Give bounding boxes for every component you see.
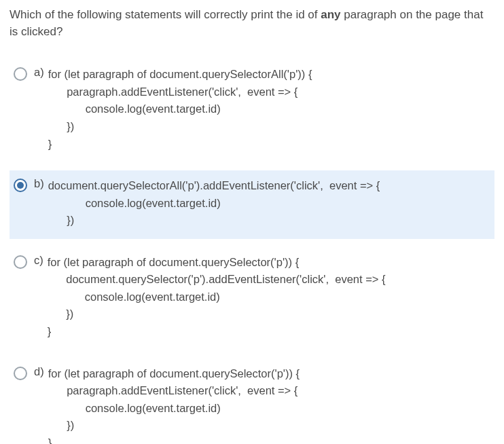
option-letter: c) bbox=[34, 254, 43, 267]
radio-button[interactable] bbox=[14, 179, 27, 192]
option-letter: b) bbox=[34, 177, 44, 190]
option-code: document.querySelectorAll('p').addEventL… bbox=[48, 177, 380, 229]
option-c[interactable]: c)for (let paragraph of document.querySe… bbox=[10, 247, 494, 350]
radio-button[interactable] bbox=[14, 255, 27, 269]
option-letter: d) bbox=[34, 365, 44, 378]
question-bold: any bbox=[321, 8, 340, 21]
radio-button[interactable] bbox=[14, 67, 27, 81]
option-code: for (let paragraph of document.querySele… bbox=[48, 365, 300, 444]
option-letter: a) bbox=[34, 66, 44, 79]
option-code: for (let paragraph of document.querySele… bbox=[48, 66, 312, 153]
radio-button[interactable] bbox=[14, 367, 27, 380]
options-list: a)for (let paragraph of document.querySe… bbox=[10, 59, 494, 444]
option-b[interactable]: b)document.querySelectorAll('p').addEven… bbox=[10, 170, 494, 239]
question-prefix: Which of the following statements will c… bbox=[10, 8, 321, 21]
option-d[interactable]: d)for (let paragraph of document.querySe… bbox=[10, 358, 494, 444]
question-text: Which of the following statements will c… bbox=[10, 7, 494, 40]
option-code: for (let paragraph of document.querySele… bbox=[48, 254, 386, 341]
option-a[interactable]: a)for (let paragraph of document.querySe… bbox=[10, 59, 494, 162]
